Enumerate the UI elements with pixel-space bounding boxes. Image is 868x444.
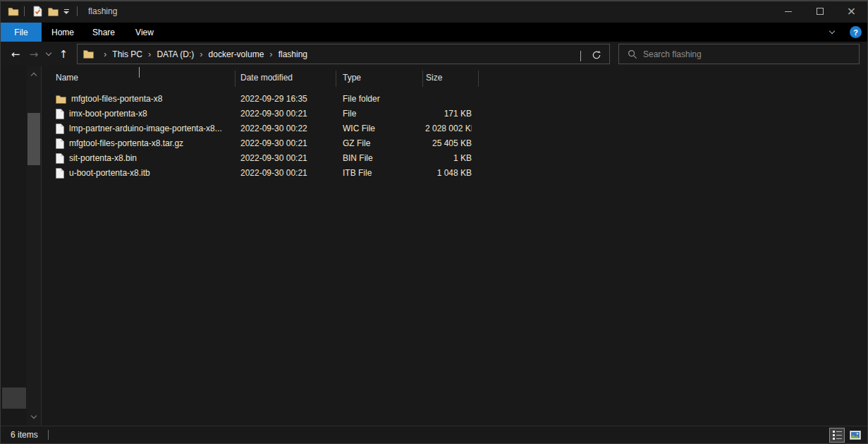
column-divider[interactable] [422, 71, 423, 87]
properties-check-icon[interactable] [30, 3, 45, 20]
chevron-down-icon [829, 28, 835, 34]
address-dropdown-button[interactable] [580, 51, 581, 61]
navigation-pane-scrollbar[interactable] [27, 66, 41, 426]
file-icon [56, 138, 64, 149]
tab-home[interactable]: Home [44, 23, 81, 42]
file-row[interactable]: u-boot-portenta-x8.itb 2022-09-30 00:21 … [42, 166, 867, 181]
breadcrumb-chevron-icon: › [98, 49, 112, 59]
file-row[interactable]: sit-portenta-x8.bin 2022-09-30 00:21 BIN… [42, 151, 867, 166]
chevron-down-icon [580, 51, 581, 61]
column-header-name[interactable]: Name [56, 73, 78, 83]
breadcrumb-drive[interactable]: DATA (D:) [157, 49, 194, 59]
chevron-down-icon [46, 50, 51, 56]
file-name: sit-portenta-x8.bin [69, 151, 137, 166]
tab-view[interactable]: View [126, 23, 163, 42]
file-type: File folder [343, 92, 420, 107]
status-bar: 6 items [1, 426, 867, 443]
search-icon [628, 49, 637, 59]
file-size [425, 92, 472, 107]
title-bar[interactable]: flashing × [1, 1, 867, 21]
chevron-down-icon [31, 412, 37, 418]
navigation-pane-scrollbar-thumb[interactable] [2, 388, 26, 409]
file-icon [56, 168, 64, 179]
breadcrumb-chevron-icon: › [194, 49, 208, 59]
up-button[interactable]: ↑ [54, 44, 73, 65]
address-folder-icon [83, 49, 94, 59]
scroll-down-button[interactable] [27, 412, 41, 421]
file-list-area: Name Date modified Type Size mfgtool-fil… [41, 66, 867, 426]
search-input[interactable] [643, 49, 859, 59]
file-date: 2022-09-29 16:35 [240, 92, 339, 107]
help-button[interactable]: ? [850, 26, 862, 38]
column-divider[interactable] [235, 71, 236, 87]
file-row[interactable]: mfgtool-files-portenta-x8 2022-09-29 16:… [42, 92, 867, 107]
forward-button[interactable]: → [25, 44, 43, 65]
folder-icon [56, 95, 66, 104]
navigation-pane [1, 66, 27, 426]
file-row[interactable]: imx-boot-portenta-x8 2022-09-30 00:21 Fi… [42, 107, 867, 121]
thumbnails-view-button[interactable] [848, 428, 863, 443]
details-view-icon [833, 431, 842, 440]
column-divider[interactable] [478, 71, 479, 87]
new-folder-icon[interactable] [45, 3, 61, 20]
minimize-button[interactable] [772, 1, 804, 21]
breadcrumb-flashing[interactable]: flashing [279, 49, 307, 59]
file-list: mfgtool-files-portenta-x8 2022-09-29 16:… [42, 92, 867, 181]
file-name: lmp-partner-arduino-image-portenta-x8... [69, 121, 222, 136]
refresh-button[interactable] [589, 48, 604, 62]
column-divider[interactable] [336, 71, 336, 87]
file-date: 2022-09-30 00:21 [240, 107, 339, 121]
file-size: 1 KB [425, 151, 472, 166]
app-folder-icon [8, 6, 19, 16]
status-divider [48, 430, 49, 440]
tab-file[interactable]: File [1, 23, 42, 42]
column-headers: Name Date modified Type Size [42, 66, 867, 90]
breadcrumb-this-pc[interactable]: This PC [112, 49, 142, 59]
address-bar[interactable]: › This PC › DATA (D:) › docker-volume › … [77, 44, 610, 64]
explorer-window: flashing × File Home Share View ? ← → ↑ … [0, 0, 868, 444]
window-title: flashing [88, 6, 117, 16]
file-icon [56, 153, 64, 164]
recent-locations-button[interactable] [43, 44, 54, 65]
titlebar-separator [77, 6, 78, 16]
close-icon: × [847, 6, 856, 17]
file-row[interactable]: mfgtool-files-portenta-x8.tar.gz 2022-09… [42, 136, 867, 151]
expand-ribbon-button[interactable] [829, 29, 836, 36]
breadcrumb-docker-volume[interactable]: docker-volume [209, 49, 264, 59]
column-header-size[interactable]: Size [426, 73, 442, 83]
titlebar-separator [24, 6, 25, 16]
file-type: BIN File [343, 151, 420, 166]
file-date: 2022-09-30 00:21 [240, 166, 339, 181]
scrollbar-thumb[interactable] [27, 113, 40, 165]
file-type: GZ File [343, 136, 420, 151]
tab-share[interactable]: Share [85, 23, 122, 42]
maximize-button[interactable] [804, 1, 836, 21]
close-button[interactable]: × [836, 1, 867, 21]
file-date: 2022-09-30 00:22 [240, 121, 339, 136]
column-header-type[interactable]: Type [343, 73, 361, 83]
thumbnails-view-icon [850, 431, 861, 440]
file-name: mfgtool-files-portenta-x8 [71, 92, 162, 107]
column-header-date-modified[interactable]: Date modified [240, 73, 293, 83]
back-button[interactable]: ← [6, 44, 25, 65]
file-date: 2022-09-30 00:21 [240, 136, 339, 151]
breadcrumb-chevron-icon: › [142, 49, 157, 59]
file-size: 2 028 002 KB [425, 121, 472, 136]
file-row[interactable]: lmp-partner-arduino-image-portenta-x8...… [42, 121, 867, 136]
search-box[interactable] [618, 44, 860, 64]
file-type: File [343, 107, 420, 121]
file-icon [56, 124, 64, 134]
file-name: mfgtool-files-portenta-x8.tar.gz [69, 136, 183, 151]
scroll-up-button[interactable] [27, 69, 41, 79]
file-name: u-boot-portenta-x8.itb [69, 166, 150, 181]
maximize-icon [817, 8, 824, 15]
details-view-button[interactable] [829, 428, 845, 443]
navigation-toolbar: ← → ↑ › This PC › DATA (D:) › docker-vol… [1, 42, 867, 66]
customize-quick-access-icon[interactable] [61, 3, 72, 20]
ribbon-tab-bar: File Home Share View ? [1, 23, 867, 42]
minimize-icon [785, 11, 792, 12]
main-area: Name Date modified Type Size mfgtool-fil… [1, 66, 867, 426]
file-type: WIC File [343, 121, 420, 136]
sort-ascending-icon [139, 67, 140, 77]
refresh-icon [592, 50, 601, 60]
